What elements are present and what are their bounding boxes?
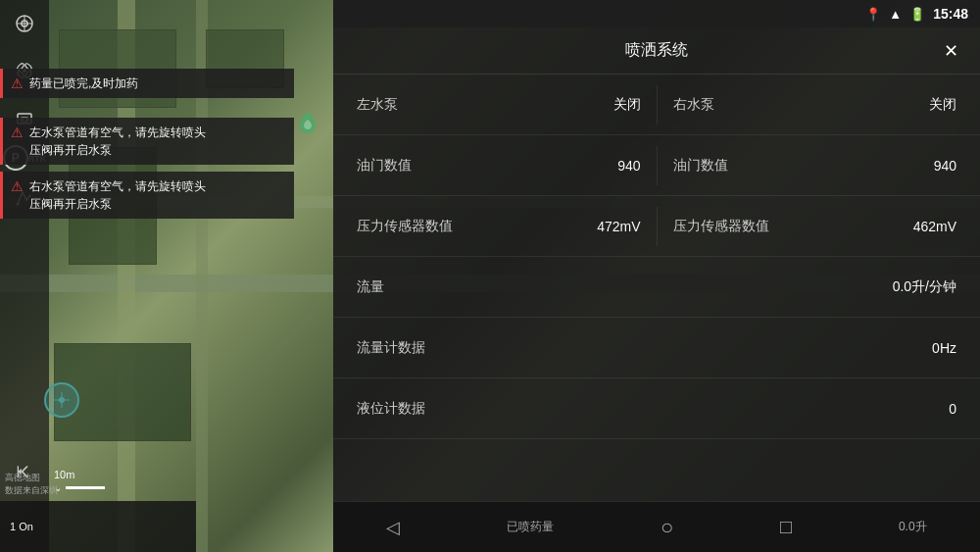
nav-sprayed: 已喷药量 <box>507 519 554 535</box>
right-throttle-value: 940 <box>934 158 956 174</box>
wifi-icon: ▲ <box>889 7 902 22</box>
sidebar-icon-drone[interactable] <box>0 0 49 47</box>
flow-meter-label: 流量计数据 <box>357 339 425 357</box>
nav-home[interactable]: ○ <box>661 515 673 540</box>
alert-text-1: 药量已喷完,及时加药 <box>29 75 138 92</box>
left-pressure-label: 压力传感器数值 <box>357 218 453 235</box>
right-pump-section: 右水泵 关闭 <box>673 96 957 114</box>
clock: 15:48 <box>933 6 968 22</box>
nav-spray-value: 0.0升 <box>899 519 927 535</box>
spray-panel: 📍 ▲ 🔋 15:48 喷洒系统 ✕ 左水泵 关闭 右水泵 关闭 油门数值 94… <box>333 0 980 552</box>
panel-content: 左水泵 关闭 右水泵 关闭 油门数值 940 油门数值 940 压力 <box>333 75 980 552</box>
flow-meter-section: 流量计数据 0Hz <box>357 339 956 357</box>
spray-icon[interactable] <box>294 108 321 141</box>
flow-meter-value: 0Hz <box>932 340 956 356</box>
right-pump-value: 关闭 <box>929 96 956 114</box>
close-button[interactable]: ✕ <box>937 37 964 65</box>
nav-recent[interactable]: □ <box>780 516 792 538</box>
left-throttle-label: 油门数值 <box>357 157 412 175</box>
map-scale: 10m ⌄ <box>54 469 105 493</box>
row-divider-3 <box>657 207 658 246</box>
alert-2: ⚠ 左水泵管道有空气，请先旋转喷头压阀再开启水泵 <box>0 118 294 165</box>
left-pump-value: 关闭 <box>613 96 641 114</box>
flow-label: 流量 <box>357 278 384 296</box>
row-throttle: 油门数值 940 油门数值 940 <box>333 135 980 196</box>
alert-3: ⚠ 右水泵管道有空气，请先旋转喷头压阀再开启水泵 <box>0 172 294 219</box>
row-divider-2 <box>657 146 658 185</box>
alert-icon-3: ⚠ <box>11 178 24 194</box>
alert-icon-2: ⚠ <box>11 125 24 140</box>
left-pump-section: 左水泵 关闭 <box>357 96 641 114</box>
bottom-left-text: 1 On <box>10 521 33 532</box>
left-pump-label: 左水泵 <box>357 96 398 114</box>
liquid-level-label: 液位计数据 <box>357 400 425 418</box>
panel-title: 喷洒系统 <box>625 40 688 61</box>
right-throttle-label: 油门数值 <box>673 157 728 175</box>
left-pressure-value: 472mV <box>597 219 640 234</box>
map-source: 高德地图数据来自深圳 <box>5 472 58 497</box>
bottom-nav: ◁ 已喷药量 ○ □ 0.0升 <box>333 501 980 552</box>
alert-text-3: 右水泵管道有空气，请先旋转喷头压阀再开启水泵 <box>29 177 206 213</box>
flow-section: 流量 0.0升/分钟 <box>357 278 956 296</box>
bottom-left-info: 1 On <box>0 501 196 552</box>
location-icon: 📍 <box>865 7 881 22</box>
right-pressure-value: 462mV <box>913 219 956 234</box>
row-pumps: 左水泵 关闭 右水泵 关闭 <box>333 75 980 135</box>
left-pressure-section: 压力传感器数值 472mV <box>357 218 641 235</box>
row-flow: 流量 0.0升/分钟 <box>333 257 980 318</box>
left-throttle-section: 油门数值 940 <box>357 157 641 175</box>
row-liquid-level: 液位计数据 0 <box>333 378 980 439</box>
panel-header: 喷洒系统 ✕ <box>333 27 980 75</box>
alert-icon-1: ⚠ <box>11 75 24 91</box>
nav-back[interactable]: ◁ <box>386 517 400 538</box>
right-pressure-section: 压力传感器数值 462mV <box>673 218 957 235</box>
right-pressure-label: 压力传感器数值 <box>673 218 769 235</box>
left-throttle-value: 940 <box>617 158 640 174</box>
row-flow-meter: 流量计数据 0Hz <box>333 318 980 378</box>
flow-value: 0.0升/分钟 <box>893 278 956 296</box>
alert-1: ⚠ 药量已喷完,及时加药 <box>0 69 294 98</box>
row-divider-1 <box>657 85 658 125</box>
right-pump-label: 右水泵 <box>673 96 714 114</box>
drone-on-map <box>44 382 79 418</box>
alert-text-2: 左水泵管道有空气，请先旋转喷头压阀再开启水泵 <box>29 124 206 159</box>
status-bar: 📍 ▲ 🔋 15:48 <box>333 0 980 27</box>
liquid-level-value: 0 <box>949 401 956 417</box>
battery-icon: 🔋 <box>909 7 925 22</box>
row-pressure: 压力传感器数值 472mV 压力传感器数值 462mV <box>333 196 980 257</box>
liquid-level-section: 液位计数据 0 <box>357 400 956 418</box>
right-throttle-section: 油门数值 940 <box>673 157 957 175</box>
